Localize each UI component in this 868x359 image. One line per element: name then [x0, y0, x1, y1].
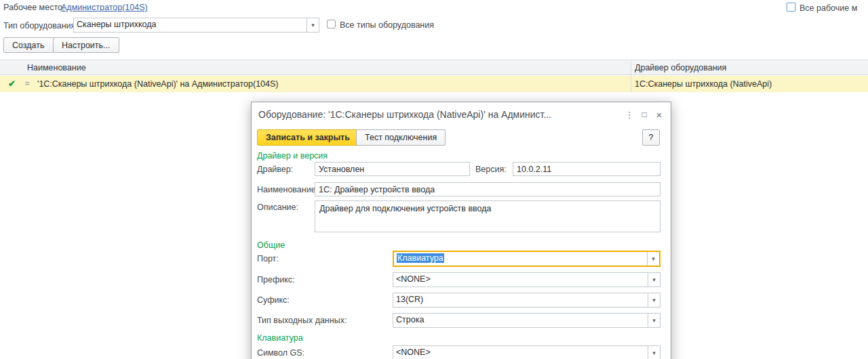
equipment-type-label: Тип оборудования: — [3, 21, 78, 30]
suffix-combobox[interactable]: 13(CR) ▾ — [393, 293, 660, 308]
workspace-label: Рабочее место: — [3, 3, 64, 12]
save-and-close-button[interactable]: Записать и закрыть — [257, 129, 359, 146]
workspace-link[interactable]: Администратор(104S) — [61, 3, 148, 12]
driver-field[interactable] — [315, 162, 470, 176]
description-field[interactable]: Драйвер для подключения устройств ввода — [315, 200, 660, 232]
close-icon[interactable]: × — [652, 107, 667, 122]
version-field[interactable] — [513, 162, 660, 176]
output-type-value: Строка — [393, 314, 648, 327]
output-type-combobox[interactable]: Строка ▾ — [393, 313, 660, 328]
description-label: Описание: — [257, 203, 298, 212]
version-label: Версия: — [475, 165, 507, 174]
list-item-icon: = — [25, 79, 29, 87]
name-field[interactable] — [315, 182, 660, 196]
chevron-down-icon[interactable]: ▾ — [648, 293, 660, 307]
create-button[interactable]: Создать — [3, 37, 54, 53]
window-controls: ⋮ □ × — [622, 107, 667, 122]
column-divider — [631, 60, 631, 92]
row-driver-cell: 1С:Сканеры штрихкода (NativeApi) — [635, 79, 772, 89]
dialog-title: Оборудование: '1С:Сканеры штрихкода (Nat… — [258, 102, 611, 127]
check-icon: ✔ — [8, 79, 16, 89]
all-workplaces-checkbox[interactable] — [787, 3, 795, 12]
driver-label: Драйвер: — [257, 165, 293, 174]
section-driver-version: Драйвер и версия — [257, 151, 328, 161]
gs-symbol-combobox[interactable]: <NONE> ▾ — [393, 345, 660, 359]
all-types-label: Все типы оборудования — [340, 20, 434, 30]
chevron-down-icon[interactable]: ▾ — [648, 314, 660, 327]
column-header-driver[interactable]: Драйвер оборудования — [635, 63, 726, 72]
configure-button[interactable]: Настроить... — [53, 37, 119, 53]
more-icon[interactable]: ⋮ — [622, 107, 637, 122]
section-general: Общие — [257, 240, 285, 250]
help-button[interactable]: ? — [642, 129, 660, 146]
port-label: Порт: — [257, 254, 279, 263]
output-type-label: Тип выходных данных: — [257, 316, 347, 325]
suffix-value: 13(CR) — [393, 293, 648, 307]
section-keyboard: Клавиатура — [257, 333, 303, 343]
table-row[interactable]: ✔ = '1С:Сканеры штрихкода (NativeApi)' н… — [0, 76, 868, 92]
row-name-cell: '1С:Сканеры штрихкода (NativeApi)' на Ад… — [37, 79, 278, 89]
equipment-dialog: Оборудование: '1С:Сканеры штрихкода (Nat… — [251, 102, 671, 359]
chevron-down-icon[interactable]: ▾ — [307, 18, 319, 32]
chevron-down-icon[interactable]: ▾ — [647, 252, 659, 266]
maximize-icon[interactable]: □ — [637, 107, 652, 122]
port-value: Клавиатура — [397, 253, 444, 263]
equipment-type-value: Сканеры штрихкода — [74, 18, 307, 32]
all-types-checkbox[interactable] — [327, 20, 336, 28]
chevron-down-icon[interactable]: ▾ — [648, 346, 660, 359]
port-combobox[interactable]: Клавиатура ▾ — [393, 251, 660, 267]
table-header: Наименование Драйвер оборудования — [0, 60, 868, 75]
prefix-combobox[interactable]: <NONE> ▾ — [393, 272, 660, 287]
test-connection-button[interactable]: Тест подключения — [356, 129, 446, 146]
chevron-down-icon[interactable]: ▾ — [648, 273, 660, 287]
suffix-label: Суфикс: — [257, 295, 290, 305]
gs-symbol-value: <NONE> — [393, 346, 648, 359]
equipment-type-combobox[interactable]: Сканеры штрихкода ▾ — [73, 18, 319, 33]
all-workplaces-label: Все рабочие м — [800, 3, 857, 13]
prefix-label: Префикс: — [257, 275, 295, 284]
gs-symbol-label: Символ GS: — [257, 348, 304, 358]
name-label: Наименование: — [257, 185, 318, 194]
column-header-name[interactable]: Наименование — [27, 63, 86, 72]
prefix-value: <NONE> — [393, 273, 648, 287]
